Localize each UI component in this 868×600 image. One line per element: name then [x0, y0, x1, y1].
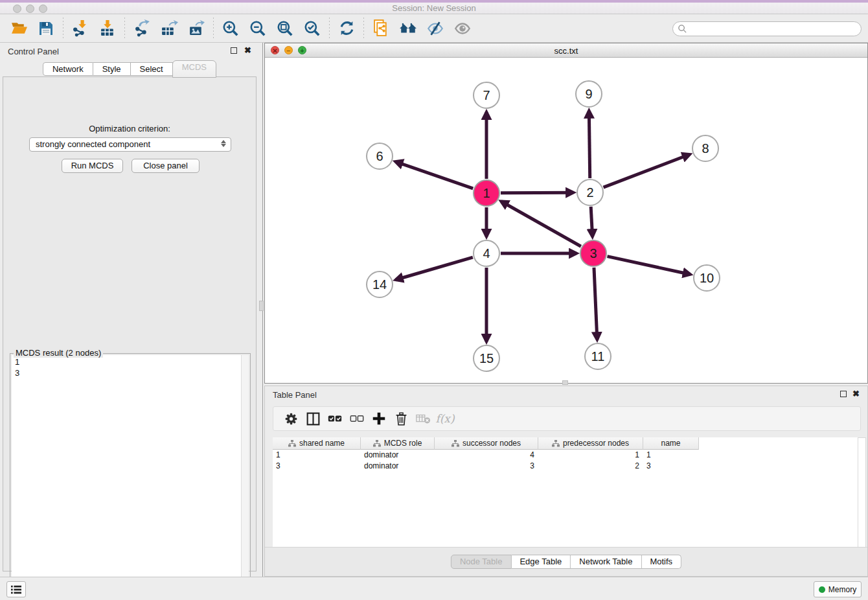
result-scrollbar[interactable]	[241, 355, 249, 600]
zoom-in-icon[interactable]	[221, 19, 240, 38]
tab-network-table[interactable]: Network Table	[571, 555, 641, 569]
tab-select[interactable]: Select	[131, 62, 173, 76]
graph-node-14[interactable]: 14	[366, 271, 393, 298]
close-panel-button[interactable]: Close panel	[131, 159, 200, 173]
table-cell[interactable]: dominator	[361, 450, 435, 461]
columns-icon[interactable]	[302, 410, 324, 428]
select-all-icon[interactable]	[324, 410, 346, 428]
new-network-from-selection-icon[interactable]	[371, 19, 391, 38]
graph-edge-2-9[interactable]	[589, 111, 589, 178]
close-table-panel-icon[interactable]: ✖	[852, 389, 860, 398]
panel-splitter[interactable]	[259, 43, 264, 577]
deselect-all-icon[interactable]	[346, 410, 368, 428]
export-network-icon[interactable]	[132, 19, 152, 38]
table-cell[interactable]: 3	[435, 461, 538, 472]
graph-edge-3-1[interactable]	[501, 202, 581, 246]
optimization-criterion-label: Optimization criterion:	[3, 124, 256, 133]
graph-node-8[interactable]: 8	[692, 135, 719, 162]
table-cell[interactable]: 1	[538, 450, 643, 461]
float-table-panel-icon[interactable]	[840, 391, 847, 397]
graph-edge-2-8[interactable]	[604, 154, 690, 187]
table-cell[interactable]: 1	[273, 450, 361, 461]
splitter-grip[interactable]	[259, 301, 264, 311]
network-window-titlebar[interactable]: ✕ − + scc.txt	[265, 43, 867, 58]
table-body: 1dominator4113dominator323	[273, 450, 860, 472]
table-cell[interactable]: 2	[538, 461, 643, 472]
mcds-result-text[interactable]: 1 3	[12, 355, 241, 600]
column-header-shared-name[interactable]: shared name	[273, 437, 361, 450]
export-image-icon[interactable]	[187, 19, 206, 38]
graph-node-10[interactable]: 10	[693, 264, 720, 292]
table-row[interactable]: 1dominator411	[273, 450, 860, 461]
table-scrollbar[interactable]	[858, 437, 866, 548]
run-mcds-button[interactable]: Run MCDS	[62, 159, 123, 173]
table-panel-title: Table Panel	[273, 390, 317, 400]
import-table-icon[interactable]	[98, 19, 117, 38]
tab-mcds[interactable]: MCDS	[172, 60, 216, 78]
criterion-select[interactable]: strongly connected component	[29, 137, 231, 152]
close-panel-icon[interactable]: ✖	[244, 45, 251, 55]
graph-node-3[interactable]: 3	[580, 240, 607, 267]
tab-motifs[interactable]: Motifs	[641, 555, 681, 569]
first-neighbors-icon[interactable]	[398, 19, 418, 38]
table-cell[interactable]: 1	[643, 450, 699, 461]
toolbar-separator	[63, 17, 63, 40]
column-header-mcds-role[interactable]: MCDS role	[361, 437, 435, 450]
graph-edge-1-6[interactable]	[396, 161, 474, 188]
mcds-result-title: MCDS result (2 nodes)	[14, 348, 103, 358]
table-cell[interactable]: 4	[435, 450, 538, 461]
graph-edge-1-2[interactable]	[501, 192, 573, 193]
tab-network[interactable]: Network	[43, 62, 93, 76]
show-all-icon[interactable]	[453, 19, 472, 38]
graph-node-6[interactable]: 6	[366, 143, 393, 170]
toolbar-separator	[363, 17, 364, 40]
gear-icon[interactable]	[280, 410, 302, 428]
network-window-resize-grip[interactable]	[562, 380, 568, 385]
add-row-icon[interactable]	[368, 410, 390, 428]
search-box	[672, 21, 862, 36]
graph-edge-2-3[interactable]	[591, 207, 592, 237]
table-panel-header: Table Panel ✖	[265, 386, 867, 403]
control-panel: Control Panel ✖ NetworkStyleSelectMCDS O…	[0, 43, 259, 571]
graph-node-11[interactable]: 11	[584, 343, 611, 370]
zoom-out-icon[interactable]	[248, 19, 268, 38]
column-header-name[interactable]: name	[643, 437, 699, 450]
graph-node-4[interactable]: 4	[473, 240, 500, 267]
zoom-fit-icon[interactable]	[275, 19, 295, 38]
show-panels-button[interactable]	[6, 581, 26, 597]
graph-node-15[interactable]: 15	[473, 345, 500, 372]
control-panel-title: Control Panel	[8, 47, 59, 56]
column-header-successor-nodes[interactable]: successor nodes	[435, 437, 538, 450]
search-input[interactable]	[672, 21, 862, 36]
float-panel-icon[interactable]	[231, 47, 237, 54]
network-canvas[interactable]: 7968124314101511	[265, 58, 867, 383]
graph-node-2[interactable]: 2	[577, 179, 604, 206]
save-session-icon[interactable]	[36, 19, 56, 38]
table-cell[interactable]: 3	[643, 461, 699, 472]
export-table-icon[interactable]	[159, 19, 179, 38]
mcds-result-box: 1 3	[10, 353, 251, 600]
hide-selected-icon[interactable]	[426, 19, 445, 38]
import-network-icon[interactable]	[71, 19, 90, 38]
refresh-layout-icon[interactable]	[337, 19, 356, 38]
table-cell[interactable]: 3	[273, 461, 361, 472]
tab-edge-table[interactable]: Edge Table	[511, 555, 571, 569]
column-header-predecessor-nodes[interactable]: predecessor nodes	[538, 437, 643, 450]
tab-style[interactable]: Style	[93, 62, 131, 76]
graph-edge-3-10[interactable]	[607, 257, 690, 275]
toolbar-separator	[213, 17, 214, 40]
table-row[interactable]: 3dominator323	[273, 461, 860, 472]
tab-node-table[interactable]: Node Table	[451, 555, 512, 569]
graph-edge-3-11[interactable]	[594, 268, 597, 340]
node-table[interactable]: shared nameMCDS rolesuccessor nodesprede…	[273, 437, 860, 548]
zoom-selected-icon[interactable]	[303, 19, 322, 38]
graph-node-7[interactable]: 7	[473, 82, 500, 109]
graph-edge-4-14[interactable]	[396, 257, 473, 280]
delete-icon[interactable]	[390, 410, 412, 428]
status-bar: Memory	[0, 577, 868, 600]
graph-node-1[interactable]: 1	[473, 179, 500, 207]
table-cell[interactable]: dominator	[361, 461, 435, 472]
memory-button[interactable]: Memory	[814, 581, 862, 597]
graph-node-9[interactable]: 9	[575, 80, 602, 108]
open-file-icon[interactable]	[9, 19, 29, 38]
